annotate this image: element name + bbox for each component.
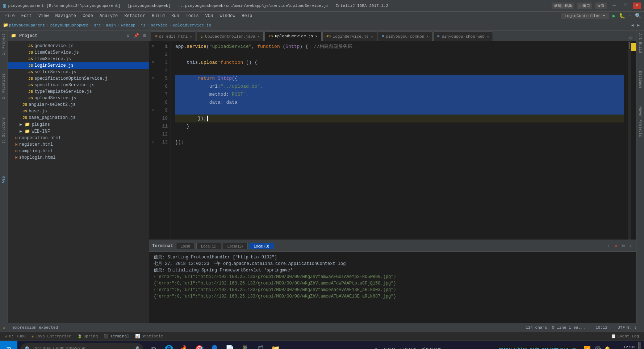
breadcrumb-item-1[interactable]: pinyougoushopweb [50,23,89,28]
tab-upload-service[interactable]: JS uploadService.js ✕ [264,32,322,41]
tree-item-itemCatService[interactable]: JS itemCatService.js [8,49,149,56]
menu-view[interactable]: View [35,13,52,19]
tab-close-icon[interactable]: ✕ [487,34,489,39]
term-tab-local[interactable]: Local [176,243,195,249]
tree-item-sampling[interactable]: H sampling.html [8,148,149,154]
tree-item-specOptionService[interactable]: JS specificationOptionService.j [8,75,149,82]
bottom-tab-todo[interactable]: ⚠ 6: TODO [3,333,28,339]
right-strip-ant[interactable]: Ant Build [637,32,643,54]
menu-navigate[interactable]: Navigate [52,13,79,19]
term-tab-local2[interactable]: Local (2) [223,243,248,249]
menu-run[interactable]: Run [168,13,182,19]
menu-edit[interactable]: Edit [18,13,35,19]
taskbar-app-7[interactable]: 🎵 [253,342,267,349]
menu-vcs[interactable]: VCS [202,13,216,19]
tree-item-base-pagination[interactable]: JS base_pagination.js [8,115,149,121]
left-strip-project[interactable]: 1: Project [1,32,7,57]
right-strip-database[interactable]: Database [637,70,643,90]
maximize-btn[interactable]: □ [622,3,630,9]
tab-upload-controller[interactable]: ☕ UploadController.java ✕ [197,32,264,41]
tree-item-typeTemplateService[interactable]: JS typeTemplateService.js [8,88,149,95]
tree-item-goodsService[interactable]: JS goodsService.js [8,43,149,49]
breadcrumb-nav-left[interactable]: ◀ [630,23,635,28]
menu-build[interactable]: Build [149,13,168,19]
breadcrumb-item-7[interactable]: uploadService.js [173,23,211,28]
term-maximize-icon[interactable]: ↑ [628,244,633,249]
breadcrumb-item-6[interactable]: service [151,23,167,28]
term-tab-local3[interactable]: Local (3) [249,243,274,249]
taskbar-app-8[interactable]: 📁 [268,342,283,349]
record-video-btn[interactable]: 录制小视频 [552,3,574,9]
tree-item-register[interactable]: H register.html [8,141,149,148]
bottom-tab-java-enterprise[interactable]: ☕ Java Enterprise [29,333,74,339]
run-btn[interactable]: ▶ [611,13,617,19]
tree-item-base[interactable]: JS base.js [8,108,149,115]
menu-refactor[interactable]: Refactor [121,13,148,19]
bottom-tab-terminal[interactable]: ⬛ Terminal [101,333,131,339]
tree-item-uploadService[interactable]: JS uploadService.js [8,95,149,101]
show-desktop-btn[interactable] [638,342,641,349]
left-strip-structure[interactable]: 7: Structure [1,116,7,145]
tab-pinyougou-common[interactable]: M pinyougou-common ✕ [378,32,433,41]
tree-item-sellerService[interactable]: JS sellerService.js [8,69,149,75]
bottom-tab-event-log[interactable]: 📋 Event Log [609,333,641,339]
taskbar-app-5[interactable]: 📄 [222,342,237,349]
tab-close-icon[interactable]: ✕ [190,34,192,39]
toolbar-more[interactable]: ⋯ [627,13,633,18]
breadcrumb-item-5[interactable]: js [141,23,146,28]
term-close-icon[interactable]: ✕ [613,243,619,249]
breadcrumb-nav-right[interactable]: ▶ [636,23,641,28]
taskbar-app-4[interactable]: 👤 [207,342,222,349]
tree-item-loginService[interactable]: JS loginService.js [8,62,149,69]
volume-icon[interactable]: 🔊 [594,346,601,349]
close-btn[interactable]: ✕ [633,3,641,9]
term-tab-local1[interactable]: Local (1) [196,243,221,249]
menu-window[interactable]: Window [217,13,238,19]
tree-item-angular-select2[interactable]: JS angular-select2.js [8,101,149,108]
tab-login-service[interactable]: JS loginService.js ✕ [322,32,377,41]
term-add-tab-icon[interactable]: + [606,243,612,249]
tree-item-plugins[interactable]: ▶ 📁 plugins [8,121,149,128]
tree-item-itemService[interactable]: JS itemService.js [8,56,149,62]
breadcrumb-item-4[interactable]: webapp [121,23,135,28]
minimize-btn[interactable]: ─ [610,3,618,9]
tab-close-icon[interactable]: ✕ [371,34,373,39]
menu-file[interactable]: File [1,13,18,19]
bottom-tab-statistic[interactable]: 📊 Statistic [133,333,165,339]
tree-item-webinf[interactable]: ▶ 📁 WEB-INF [8,128,149,135]
bottom-tab-spring[interactable]: 🍃 Spring [75,333,100,339]
tree-item-specService[interactable]: JS specificationService.js [8,82,149,88]
start-button[interactable]: ⊞ [0,341,17,349]
sidebar-pin-icon[interactable]: 📌 [134,33,139,38]
menu-tools[interactable]: Tools [183,13,202,19]
terminal-content[interactable]: 信息: Starting ProtocolHandler ["http-bio-… [149,252,636,323]
tab-settings-icon[interactable]: ⚙ [627,35,635,41]
settings-btn[interactable]: 设置 [595,3,607,9]
code-editor[interactable]: ▽ ▽ ▽ ▽ ▽ 1 2 3 4 5 6 [149,41,636,240]
taskbar-app-2[interactable]: 🔥 [177,342,191,349]
taskbar-app-task-view[interactable]: ⧉ [146,342,161,349]
sidebar-gear-icon[interactable]: ⚙ [127,33,129,38]
breadcrumb-item-3[interactable]: main [106,23,116,28]
code-content[interactable]: app.service("uploadService", function ($… [171,41,628,240]
menu-help[interactable]: Help [239,13,255,19]
breadcrumb-item-0[interactable]: pinyougouparent [9,23,45,28]
tree-item-cooperation[interactable]: H cooperation.html [8,135,149,141]
sidebar-expand-icon[interactable]: ⊞ [143,33,146,38]
taskbar-app-6[interactable]: 📱 [238,342,252,349]
tab-ds-edit[interactable]: H ds_edit.html ✕ [151,32,196,41]
mic-icon[interactable]: 🎤 [133,346,139,349]
menu-code[interactable]: Code [80,13,96,19]
left-strip-favorites[interactable]: 2: Favorites [1,72,7,101]
tab-close-icon[interactable]: ✕ [426,34,428,39]
editor-scrollbar[interactable] [628,41,631,240]
tab-pinyougou-shop-web[interactable]: M pinyougou-shop-web ✕ [433,32,493,41]
taskbar-app-3[interactable]: 🎯 [192,342,206,349]
network-icon[interactable]: 📶 [584,346,591,349]
menu-analyze[interactable]: Analyze [97,13,121,19]
notification-icon[interactable]: 🔔 [604,346,611,349]
run-config-selector[interactable]: LoginController ▾ [561,13,609,19]
tab-close-icon[interactable]: ✕ [315,34,318,38]
tree-item-shoplogin[interactable]: H shoplogin.html [8,154,149,161]
breadcrumb-item-2[interactable]: src [94,23,101,28]
